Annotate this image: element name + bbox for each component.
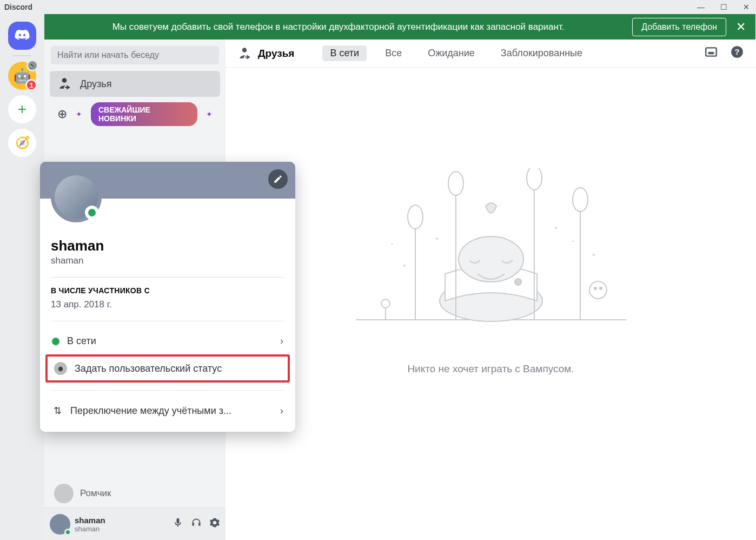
- notice-close-button[interactable]: ✕: [736, 20, 746, 34]
- inbox-button[interactable]: [704, 45, 718, 62]
- set-custom-status-button[interactable]: ☻ Задать пользовательский статус: [45, 354, 290, 383]
- notice-action-button[interactable]: Добавить телефон: [632, 18, 726, 36]
- sparkle-icon: ✦: [206, 110, 213, 118]
- header-title: Друзья: [258, 48, 294, 60]
- svg-point-18: [589, 281, 607, 299]
- status-indicator-icon: [64, 529, 71, 536]
- svg-point-15: [573, 188, 588, 212]
- svg-point-13: [527, 168, 542, 190]
- chevron-right-icon: ›: [280, 335, 283, 347]
- divider: [51, 277, 284, 278]
- status-picker-button[interactable]: В сети ›: [51, 330, 284, 352]
- compass-icon: 🧭: [15, 136, 30, 150]
- svg-rect-1: [708, 52, 714, 54]
- inbox-icon: [704, 45, 718, 59]
- svg-point-19: [594, 287, 596, 289]
- maximize-button[interactable]: ☐: [718, 3, 729, 11]
- svg-point-7: [515, 279, 521, 285]
- mention-badge: 1: [25, 79, 37, 91]
- smiley-icon: ☻: [54, 362, 67, 375]
- divider: [51, 390, 284, 391]
- tab-online[interactable]: В сети: [322, 45, 367, 61]
- member-since-label: В ЧИСЛЕ УЧАСТНИКОВ С: [51, 286, 284, 295]
- add-server-button[interactable]: +: [8, 95, 36, 123]
- nitro-icon: ⊕: [57, 107, 67, 121]
- close-button[interactable]: ✕: [741, 3, 752, 11]
- profile-display-name: shaman: [51, 238, 284, 254]
- wave-icon: [57, 77, 71, 91]
- server-list: 🤖 🔈 1 + 🧭: [0, 14, 44, 540]
- help-icon: ?: [730, 45, 744, 59]
- member-since-value: 13 апр. 2018 г.: [51, 299, 284, 310]
- window-titlebar: Discord — ☐ ✕: [0, 0, 756, 14]
- user-settings-button[interactable]: [209, 517, 220, 531]
- svg-text:?: ?: [734, 47, 739, 56]
- profile-avatar: [51, 172, 102, 222]
- edit-profile-button[interactable]: [268, 169, 288, 189]
- avatar: [54, 484, 74, 503]
- dm-item[interactable]: Ромчик: [50, 480, 220, 506]
- status-text: В сети: [67, 335, 96, 347]
- window-controls: — ☐ ✕: [695, 3, 752, 11]
- dm-search-input[interactable]: Найти или начать беседу: [51, 46, 219, 64]
- notice-text: Мы советуем добавить свой телефон в наст…: [54, 22, 622, 32]
- mute-mic-button[interactable]: [173, 517, 183, 531]
- svg-point-9: [408, 205, 423, 229]
- svg-point-11: [448, 172, 463, 195]
- tab-all[interactable]: Все: [377, 45, 409, 61]
- search-placeholder: Найти или начать беседу: [57, 50, 159, 60]
- wave-icon: [237, 47, 251, 61]
- svg-point-23: [555, 227, 557, 229]
- status-indicator-icon: [85, 206, 99, 220]
- user-panel[interactable]: shaman shaman: [44, 508, 226, 540]
- tab-pending[interactable]: Ожидание: [420, 45, 482, 61]
- notice-bar: Мы советуем добавить свой телефон в наст…: [44, 14, 755, 39]
- profile-username: shaman: [51, 255, 284, 266]
- explore-servers-button[interactable]: 🧭: [8, 129, 36, 157]
- headphones-icon: [191, 517, 202, 528]
- svg-point-16: [381, 299, 390, 308]
- svg-point-21: [403, 265, 406, 267]
- server-item[interactable]: 🤖 🔈 1: [8, 62, 36, 90]
- server-separator: [13, 55, 31, 56]
- svg-point-22: [436, 238, 438, 240]
- tab-blocked[interactable]: Заблокированные: [493, 45, 590, 61]
- microphone-icon: [173, 517, 183, 528]
- friends-label: Друзья: [80, 78, 111, 90]
- sparkle-icon: ✦: [76, 110, 82, 118]
- custom-status-label: Задать пользовательский статус: [75, 363, 222, 374]
- divider: [51, 321, 284, 321]
- online-status-icon: [52, 338, 59, 345]
- avatar: [50, 514, 70, 535]
- dm-name: Ромчик: [80, 488, 111, 499]
- empty-state-text: Никто не хочет играть с Вампусом.: [407, 363, 574, 375]
- app-title: Discord: [4, 3, 32, 11]
- svg-point-20: [600, 287, 602, 289]
- gear-icon: [209, 517, 220, 528]
- pencil-icon: [273, 174, 283, 184]
- home-button[interactable]: [8, 22, 36, 50]
- profile-popout: shaman shaman В ЧИСЛЕ УЧАСТНИКОВ С 13 ап…: [40, 162, 295, 432]
- empty-state-illustration: [340, 168, 642, 347]
- switch-account-label: Переключение между учётными з...: [70, 405, 231, 417]
- help-button[interactable]: ?: [730, 45, 744, 62]
- minimize-button[interactable]: —: [695, 3, 706, 11]
- user-panel-username: shaman: [75, 525, 105, 533]
- svg-point-24: [593, 254, 595, 256]
- nitro-pill-label: СВЕЖАЙШИЕ НОВИНКИ: [91, 102, 197, 126]
- discord-logo-icon: [14, 28, 30, 44]
- main-header: Друзья В сети Все Ожидание Заблокированн…: [226, 39, 756, 68]
- profile-banner: [40, 162, 295, 199]
- user-panel-name: shaman: [75, 516, 105, 525]
- svg-point-6: [459, 236, 523, 282]
- chevron-right-icon: ›: [280, 405, 283, 417]
- switch-icon: ⇅: [52, 405, 63, 417]
- main-content: Друзья В сети Все Ожидание Заблокированн…: [226, 14, 756, 540]
- switch-account-button[interactable]: ⇅ Переключение между учётными з... ›: [51, 399, 284, 422]
- friends-tab[interactable]: Друзья: [50, 71, 220, 97]
- speaker-badge-icon: 🔈: [26, 60, 38, 71]
- deafen-button[interactable]: [191, 517, 202, 531]
- nitro-tab[interactable]: ⊕ ✦ СВЕЖАЙШИЕ НОВИНКИ ✦: [50, 101, 220, 127]
- plus-icon: +: [18, 101, 26, 118]
